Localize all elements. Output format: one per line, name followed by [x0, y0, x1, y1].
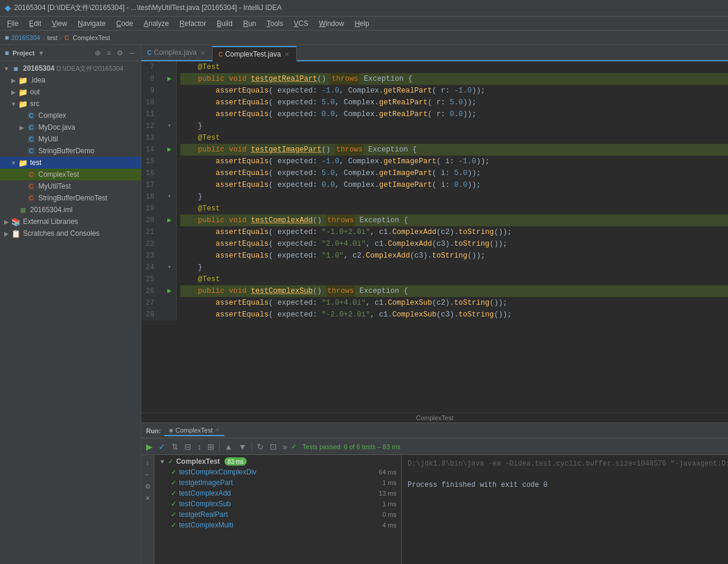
run-gutter-20[interactable]: ▶ [167, 215, 171, 226]
menu-file[interactable]: File [2, 18, 23, 29]
test-suite-row[interactable]: ▼ ✓ ComplexTest 83 ms [154, 456, 401, 467]
tree-root[interactable]: ▼ ■ 20165304 D:\IDEA文件\20165304 [0, 62, 141, 74]
run-filter-button[interactable]: ⊟ [182, 441, 194, 453]
breadcrumb-sep2: › [60, 34, 62, 41]
code-line-28: assertEquals( expected: "-2.0+2.0i", c1.… [180, 309, 728, 321]
collapse-icon[interactable]: ≡ [105, 48, 112, 58]
code-editor[interactable]: 7 8 9 10 11 12 13 14 15 16 17 18 19 20 2… [141, 61, 728, 413]
code-line-10: assertEquals( expected: 5.0, Complex.get… [180, 97, 728, 108]
test-row-0[interactable]: ✓ testComplexComplexDiv 64 ms [154, 467, 401, 477]
tree-complex[interactable]: C Complex [0, 110, 141, 121]
run-stop-button[interactable]: ⊡ [267, 441, 279, 453]
run-gutter-8[interactable]: ▶ [167, 73, 171, 85]
breadcrumb-complextest[interactable]: ComplexTest [72, 34, 110, 41]
run-sort-button[interactable]: ⇅ [169, 441, 181, 453]
test-row-1[interactable]: ✓ testgetImagePart 1 ms [154, 477, 401, 488]
run-play-button[interactable]: ▶ [144, 441, 155, 453]
code-line-12: } [180, 120, 728, 132]
menu-tools[interactable]: Tools [262, 18, 288, 29]
tab-complextest[interactable]: C ComplexTest.java ✕ [213, 46, 297, 61]
menu-refactor[interactable]: Refactor [175, 18, 211, 29]
fold-18[interactable]: ▾ [167, 191, 171, 203]
tree-stringbufferdemo[interactable]: C StringBufferDemo [0, 145, 141, 157]
menu-build[interactable]: Build [212, 18, 237, 29]
test-row-4[interactable]: ✓ testgetRealPart 0 ms [154, 509, 401, 520]
menu-edit[interactable]: Edit [24, 18, 46, 29]
test-row-3[interactable]: ✓ testComplexSub 1 ms [154, 499, 401, 509]
run-header: Run: ■ ComplexTest ✕ [141, 423, 728, 438]
test-time-1: 1 ms [382, 479, 396, 486]
run-up-button[interactable]: ▲ [222, 441, 235, 453]
tree-idea[interactable]: ▶ 📁 .idea [0, 74, 141, 86]
hide-icon[interactable]: ─ [127, 48, 136, 58]
menu-help[interactable]: Help [350, 18, 374, 29]
tree-out[interactable]: ▶ 📁 out [0, 86, 141, 98]
menu-view[interactable]: View [47, 18, 72, 29]
run-content: ↕ ← ⚙ ✕ ▼ ✓ ComplexTest 83 ms [141, 455, 728, 564]
run-check-button[interactable]: ✓ [156, 441, 168, 453]
fold-12[interactable]: ▾ [167, 120, 171, 132]
tree-iml[interactable]: ▦ 20165304.iml [0, 204, 141, 216]
test-check-2: ✓ [171, 489, 177, 497]
title-bar: ◆ 20165304 [D:\IDEA文件\20165304] - ...\te… [0, 0, 728, 17]
code-line-11: assertEquals( expected: 0.0, Complex.get… [180, 108, 728, 120]
left-tab-back[interactable]: ← [143, 469, 153, 480]
tree-complextest[interactable]: C ComplexTest [0, 169, 141, 180]
left-tab-pin[interactable]: ↕ [143, 457, 153, 468]
sync-icon[interactable]: ⊕ [93, 48, 102, 58]
test-tree: ▼ ✓ ComplexTest 83 ms ✓ testComplexCompl… [154, 455, 402, 564]
sidebar-title: Project [12, 50, 34, 57]
run-expand-button[interactable]: ↕ [195, 441, 204, 453]
tree-scratches[interactable]: ▶ 📋 Scratches and Consoles [0, 227, 141, 239]
tree-myutiltest[interactable]: C MyUtilTest [0, 180, 141, 192]
tree-mydoc[interactable]: ▶ C MyDoc.java [0, 121, 141, 133]
run-gutter-26[interactable]: ▶ [167, 285, 171, 297]
left-tab-settings[interactable]: ⚙ [143, 481, 153, 492]
run-more-button[interactable]: » [280, 441, 290, 453]
code-line-14: public void testgetImagePart() throws Ex… [180, 144, 728, 156]
breadcrumb-test[interactable]: test [47, 34, 58, 41]
test-row-2[interactable]: ✓ testComplexAdd 13 ms [154, 488, 401, 499]
suite-check-icon: ✓ [168, 457, 174, 466]
editor-area: C Complex.java ✕ C ComplexTest.java ✕ 7 … [141, 45, 728, 564]
run-tab-complextest[interactable]: ■ ComplexTest ✕ [164, 426, 224, 436]
menu-window[interactable]: Window [314, 18, 349, 29]
menu-run[interactable]: Run [239, 18, 261, 29]
main-layout: ■ Project ▼ ⊕ ≡ ⚙ ─ ▼ ■ 20165304 D:\IDEA… [0, 45, 728, 564]
run-tab-close[interactable]: ✕ [215, 427, 220, 433]
tree-extlib[interactable]: ▶ 📚 External Libraries [0, 216, 141, 227]
tree-test-folder[interactable]: ▼ 📁 test [0, 157, 141, 169]
suite-name: ComplexTest [176, 457, 220, 466]
test-name-0: testComplexComplexDiv [179, 468, 256, 476]
test-name-5: testComplexMulti [179, 521, 233, 529]
tree-myutil[interactable]: C MyUtil [0, 133, 141, 145]
editor-gutter: ▶ ▾ ▶ ▾ ▶ ▾ [163, 61, 177, 321]
menu-vcs[interactable]: VCS [289, 18, 313, 29]
fold-24[interactable]: ▾ [167, 262, 171, 273]
code-line-7: @Test [180, 61, 728, 73]
breadcrumb-sep1: › [42, 34, 45, 41]
run-toolbar: ▶ ✓ ⇅ ⊟ ↕ ⊞ ▲ ▼ ↻ ⊡ » ✓ Tests passed: 6 … [141, 438, 728, 455]
run-collapse-button[interactable]: ⊞ [205, 441, 217, 453]
code-line-9: assertEquals( expected: -1.0, Complex.ge… [180, 85, 728, 97]
settings-icon[interactable]: ⚙ [115, 48, 125, 58]
run-gutter-14[interactable]: ▶ [167, 144, 171, 156]
output-line-2: Process finished with exit code 0 [408, 480, 722, 490]
app-icon: ◆ [5, 4, 11, 12]
tree-stringbufferdemotest[interactable]: C StringBufferDemoTest [0, 192, 141, 204]
test-row-5[interactable]: ✓ testComplexMulti 4 ms [154, 520, 401, 530]
tab-complex-close[interactable]: ✕ [199, 50, 206, 56]
breadcrumb-project[interactable]: 20165304 [11, 34, 40, 41]
run-rerun-button[interactable]: ↻ [254, 441, 266, 453]
left-vertical-tabs: ↕ ← ⚙ ✕ [141, 455, 154, 564]
menu-code[interactable]: Code [111, 18, 138, 29]
tab-complextest-close[interactable]: ✕ [283, 51, 290, 58]
code-line-22: assertEquals( expected: "2.0+4.0i", c1.C… [180, 238, 728, 250]
menu-navigate[interactable]: Navigate [73, 18, 110, 29]
left-tab-close[interactable]: ✕ [143, 493, 153, 503]
run-down-button[interactable]: ▼ [236, 441, 249, 453]
code-line-21: assertEquals( expected: "-1.0+2.0i", c1.… [180, 226, 728, 238]
tree-src[interactable]: ▼ 📁 src [0, 98, 141, 110]
tab-complex[interactable]: C Complex.java ✕ [141, 45, 213, 60]
menu-analyze[interactable]: Analyze [139, 18, 174, 29]
